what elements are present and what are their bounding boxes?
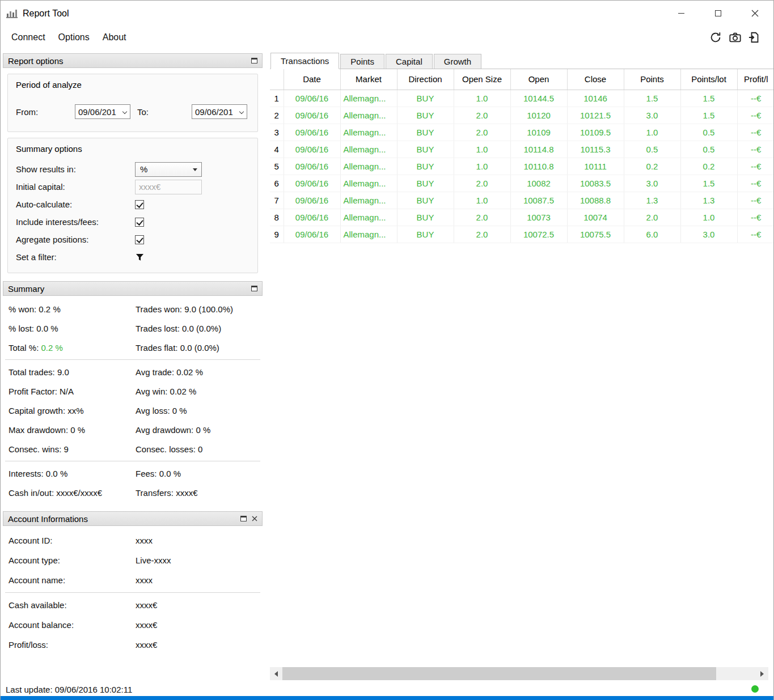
tab-growth[interactable]: Growth <box>434 54 481 69</box>
menu-about[interactable]: About <box>98 30 132 45</box>
table-cell[interactable]: 1.0 <box>454 141 510 158</box>
table-cell[interactable]: Allemagn... <box>340 141 397 158</box>
table-cell[interactable]: BUY <box>397 209 454 226</box>
table-cell[interactable]: 0.5 <box>680 124 737 141</box>
table-cell[interactable]: 1.5 <box>680 175 737 192</box>
row-number[interactable]: 6 <box>270 175 284 192</box>
to-date-input[interactable]: 09/06/201 <box>192 104 247 119</box>
table-cell[interactable]: --€ <box>737 90 773 107</box>
table-cell[interactable]: 10088.8 <box>567 192 624 209</box>
column-header[interactable]: Open Size <box>454 69 510 90</box>
table-cell[interactable]: 3.0 <box>624 175 680 192</box>
table-cell[interactable]: 3.0 <box>680 226 737 243</box>
row-number[interactable]: 7 <box>270 192 284 209</box>
horizontal-scrollbar[interactable] <box>270 667 768 680</box>
table-cell[interactable]: 2.0 <box>454 226 510 243</box>
table-row[interactable]: 209/06/16Allemagn...BUY2.01012010121.53.… <box>270 107 773 124</box>
float-panel-icon[interactable] <box>251 286 257 291</box>
row-number[interactable]: 4 <box>270 141 284 158</box>
table-cell[interactable]: 1.5 <box>680 90 737 107</box>
table-cell[interactable]: 10121.5 <box>567 107 624 124</box>
table-cell[interactable]: Allemagn... <box>340 192 397 209</box>
scrollbar-thumb[interactable] <box>282 667 716 680</box>
table-cell[interactable]: 10120 <box>510 107 567 124</box>
table-cell[interactable]: 10111 <box>567 158 624 175</box>
export-icon[interactable] <box>748 31 761 44</box>
table-cell[interactable]: --€ <box>737 175 773 192</box>
table-cell[interactable]: 10083.5 <box>567 175 624 192</box>
table-cell[interactable]: --€ <box>737 107 773 124</box>
table-cell[interactable]: 10146 <box>567 90 624 107</box>
camera-icon[interactable] <box>729 31 742 44</box>
table-cell[interactable]: BUY <box>397 107 454 124</box>
table-row[interactable]: 109/06/16Allemagn...BUY1.010144.5101461.… <box>270 90 773 107</box>
table-cell[interactable]: 2.0 <box>454 175 510 192</box>
column-header[interactable]: Open <box>510 69 567 90</box>
table-cell[interactable]: 0.5 <box>680 141 737 158</box>
float-panel-icon[interactable] <box>240 516 247 521</box>
table-cell[interactable]: 1.5 <box>624 90 680 107</box>
filter-icon[interactable] <box>136 253 144 262</box>
show-results-select[interactable]: % <box>135 162 202 177</box>
table-cell[interactable]: 0.2 <box>680 158 737 175</box>
tab-points[interactable]: Points <box>340 54 384 69</box>
table-cell[interactable]: --€ <box>737 124 773 141</box>
table-row[interactable]: 409/06/16Allemagn...BUY1.010114.810115.3… <box>270 141 773 158</box>
table-cell[interactable]: BUY <box>397 175 454 192</box>
table-cell[interactable]: BUY <box>397 158 454 175</box>
table-cell[interactable]: Allemagn... <box>340 90 397 107</box>
table-cell[interactable]: --€ <box>737 141 773 158</box>
scroll-right-button[interactable] <box>756 667 768 680</box>
tab-capital[interactable]: Capital <box>386 54 433 69</box>
table-cell[interactable]: 0.5 <box>624 141 680 158</box>
auto-calculate-checkbox[interactable] <box>135 200 144 209</box>
row-number[interactable]: 2 <box>270 107 284 124</box>
table-cell[interactable]: BUY <box>397 141 454 158</box>
table-cell[interactable]: 1.5 <box>680 107 737 124</box>
tab-transactions[interactable]: Transactions <box>270 53 339 69</box>
table-cell[interactable]: 10073 <box>510 209 567 226</box>
column-header[interactable]: Points/lot <box>680 69 737 90</box>
table-cell[interactable]: 10074 <box>567 209 624 226</box>
table-row[interactable]: 909/06/16Allemagn...BUY2.010072.510075.5… <box>270 226 773 243</box>
table-cell[interactable]: 1.3 <box>680 192 737 209</box>
close-panel-icon[interactable] <box>252 516 257 521</box>
column-header[interactable]: Direction <box>397 69 454 90</box>
table-cell[interactable]: 10075.5 <box>567 226 624 243</box>
table-cell[interactable]: Allemagn... <box>340 226 397 243</box>
column-header[interactable]: Date <box>284 69 340 90</box>
table-cell[interactable]: 09/06/16 <box>284 175 340 192</box>
column-header[interactable]: Close <box>567 69 624 90</box>
table-row[interactable]: 509/06/16Allemagn...BUY1.010110.8101110.… <box>270 158 773 175</box>
table-cell[interactable]: --€ <box>737 226 773 243</box>
table-cell[interactable]: 1.0 <box>454 158 510 175</box>
table-cell[interactable]: 2.0 <box>454 124 510 141</box>
account-panel-header[interactable]: Account Informations <box>3 511 263 526</box>
table-cell[interactable]: 10087.5 <box>510 192 567 209</box>
minimize-button[interactable] <box>663 1 700 26</box>
row-number[interactable]: 9 <box>270 226 284 243</box>
table-cell[interactable]: 10110.8 <box>510 158 567 175</box>
table-cell[interactable]: Allemagn... <box>340 158 397 175</box>
table-cell[interactable]: BUY <box>397 192 454 209</box>
initial-capital-input[interactable] <box>135 180 202 194</box>
float-panel-icon[interactable] <box>251 58 257 63</box>
table-cell[interactable]: 09/06/16 <box>284 192 340 209</box>
row-number[interactable]: 8 <box>270 209 284 226</box>
table-cell[interactable]: 3.0 <box>624 107 680 124</box>
table-cell[interactable]: 2.0 <box>624 209 680 226</box>
row-number[interactable]: 3 <box>270 124 284 141</box>
table-cell[interactable]: 10072.5 <box>510 226 567 243</box>
table-row[interactable]: 809/06/16Allemagn...BUY2.010073100742.01… <box>270 209 773 226</box>
table-cell[interactable]: 0.2 <box>624 158 680 175</box>
table-cell[interactable]: 09/06/16 <box>284 226 340 243</box>
table-cell[interactable]: 09/06/16 <box>284 90 340 107</box>
table-row[interactable]: 609/06/16Allemagn...BUY2.01008210083.53.… <box>270 175 773 192</box>
table-row[interactable]: 309/06/16Allemagn...BUY2.01010910109.51.… <box>270 124 773 141</box>
table-cell[interactable]: Allemagn... <box>340 175 397 192</box>
column-header[interactable]: Market <box>340 69 397 90</box>
table-cell[interactable]: 1.3 <box>624 192 680 209</box>
table-cell[interactable]: 09/06/16 <box>284 141 340 158</box>
table-cell[interactable]: 2.0 <box>454 107 510 124</box>
table-cell[interactable]: 09/06/16 <box>284 158 340 175</box>
